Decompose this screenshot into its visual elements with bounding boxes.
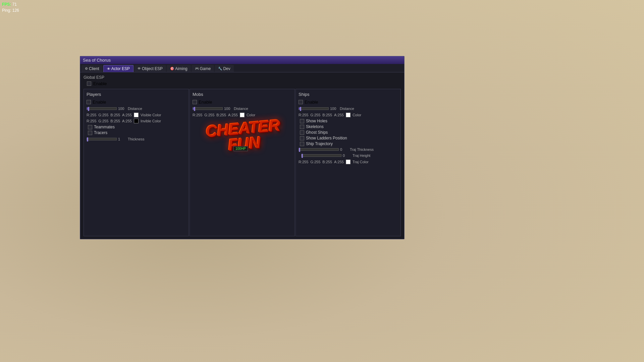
players-thickness-row: 1 Thickness — [87, 137, 186, 141]
players-invible-color-swatch[interactable] — [134, 119, 139, 123]
players-visible-color-swatch[interactable] — [134, 113, 139, 117]
fps-label: FPS: — [2, 2, 11, 7]
content-area: Global ESP Enable Players Enable — [80, 72, 404, 239]
ships-distance-label: Distance — [340, 107, 354, 111]
players-thickness-slider[interactable] — [87, 138, 117, 140]
players-distance-row: 100 Distance — [87, 107, 186, 111]
traj-r-label: R:255 — [299, 160, 308, 164]
ping-value: 126 — [12, 8, 19, 13]
global-esp-label: Global ESP — [84, 75, 401, 80]
players-g-label: G:255 — [98, 113, 108, 117]
traj-height-value: 0 — [343, 154, 351, 158]
players-b-label: B:255 — [110, 113, 120, 117]
title-bar[interactable]: Sea of Chorus — [80, 56, 404, 64]
tab-actor-esp[interactable]: 👁 Actor ESP — [103, 65, 133, 72]
players-enable-row: Enable — [87, 100, 186, 105]
dev-tab-label: Dev — [223, 66, 230, 71]
players-distance-slider[interactable] — [87, 107, 117, 110]
players-visible-color-label: Visible Color — [141, 113, 161, 117]
traj-thickness-label: Traj Thickness — [350, 147, 374, 152]
global-esp-checkbox[interactable] — [87, 81, 91, 86]
window-title: Sea of Chorus — [83, 58, 111, 63]
players-distance-value: 100 — [118, 107, 126, 111]
actor-esp-tab-icon: 👁 — [107, 67, 110, 71]
show-holes-label: Show Holes — [306, 119, 327, 123]
ships-color-swatch[interactable] — [346, 113, 351, 117]
object-esp-tab-icon: 👁 — [138, 67, 141, 70]
traj-color-label: Traj Color — [353, 160, 369, 164]
actor-esp-tab-label: Actor ESP — [111, 66, 130, 71]
ships-enable-label: Enable — [305, 100, 318, 105]
tracers-label: Tracers — [94, 130, 107, 135]
ships-distance-slider[interactable] — [299, 107, 329, 110]
tab-dev[interactable]: 🔧 Dev — [215, 65, 233, 72]
players-a2-label: A:255 — [122, 119, 132, 123]
skeletons-row: Skeletons — [299, 124, 398, 129]
mobs-enable-checkbox[interactable] — [193, 100, 197, 104]
tab-client[interactable]: ⚙ Client — [82, 65, 103, 72]
ships-color-label: Color — [353, 113, 361, 117]
players-g2-label: G:255 — [98, 119, 108, 123]
traj-color-swatch[interactable] — [346, 160, 351, 164]
global-esp-enable-label: Enable — [93, 81, 107, 86]
mobs-a-label: A:255 — [228, 113, 238, 117]
mobs-distance-value: 100 — [224, 107, 232, 111]
mobs-b-label: B:255 — [216, 113, 226, 117]
traj-thickness-row: 0 Traj Thickness — [299, 147, 398, 152]
ships-panel: Ships Enable 100 Distance R:255 — [296, 89, 401, 236]
panels-row: Players Enable 100 Distance R:255 — [84, 89, 401, 236]
traj-a-label: A:255 — [334, 160, 344, 164]
players-thickness-value: 1 — [118, 137, 126, 141]
ships-panel-title: Ships — [299, 92, 398, 97]
players-invible-color-label: Invible Color — [141, 119, 161, 123]
players-invible-color-row: R:255 G:255 B:255 A:255 Invible Color — [87, 119, 186, 123]
skeletons-label: Skeletons — [306, 124, 324, 129]
show-ladders-row: Show Ladders Position — [299, 136, 398, 140]
game-tab-label: Game — [200, 66, 211, 71]
traj-height-row: 0 Traj Height — [299, 154, 398, 158]
aiming-tab-label: Aiming — [175, 66, 187, 71]
ghost-ships-checkbox[interactable] — [300, 130, 304, 135]
ship-trajectory-checkbox[interactable] — [300, 142, 304, 146]
object-esp-tab-label: Object ESP — [142, 66, 163, 71]
traj-thickness-slider[interactable] — [299, 148, 339, 151]
mobs-panel-title: Mobs — [193, 92, 292, 97]
players-visible-color-row: R:255 G:255 B:255 A:255 Visible Color — [87, 113, 186, 117]
ships-enable-checkbox[interactable] — [299, 100, 303, 104]
ships-color-row: R:255 G:255 B:255 A:255 Color — [299, 113, 398, 117]
traj-b-label: B:255 — [322, 160, 332, 164]
watermark-line1: CHEATER — [205, 116, 280, 140]
skeletons-checkbox[interactable] — [300, 125, 304, 129]
traj-thickness-value: 0 — [340, 147, 348, 152]
show-ladders-checkbox[interactable] — [300, 136, 304, 140]
ships-distance-row: 100 Distance — [299, 107, 398, 111]
mobs-color-swatch[interactable] — [240, 113, 245, 117]
players-panel: Players Enable 100 Distance R:255 — [84, 89, 189, 236]
tracers-checkbox[interactable] — [88, 131, 92, 135]
ships-a-label: A:255 — [334, 113, 344, 117]
ghost-ships-row: Ghost Ships — [299, 130, 398, 135]
hp-bar: 100HP — [233, 146, 248, 151]
players-enable-checkbox[interactable] — [87, 100, 91, 104]
mobs-r-label: R:255 — [193, 113, 202, 117]
ship-trajectory-label: Ship Trajectory — [306, 141, 333, 146]
teammates-checkbox[interactable] — [88, 125, 92, 129]
traj-g-label: G:255 — [310, 160, 320, 164]
tab-object-esp[interactable]: 👁 Object ESP — [134, 65, 166, 72]
mobs-color-row: R:255 G:255 B:255 A:255 Color — [193, 113, 292, 117]
players-thickness-label: Thickness — [128, 137, 145, 141]
players-enable-label: Enable — [93, 100, 106, 105]
show-holes-checkbox[interactable] — [300, 119, 304, 123]
dev-tab-icon: 🔧 — [218, 67, 222, 70]
show-holes-row: Show Holes — [299, 119, 398, 123]
mobs-enable-row: Enable — [193, 100, 292, 105]
tab-bar: ⚙ Client 👁 Actor ESP 👁 Object ESP 🎯 Aimi… — [80, 64, 404, 72]
traj-height-slider[interactable] — [301, 154, 341, 157]
traj-height-label: Traj Height — [353, 154, 370, 158]
tab-game[interactable]: 🎮 Game — [192, 65, 214, 72]
tab-aiming[interactable]: 🎯 Aiming — [167, 65, 191, 72]
mobs-panel: Mobs Enable 100 Distance R:255 — [190, 89, 295, 236]
mobs-distance-slider[interactable] — [193, 107, 223, 110]
ships-g-label: G:255 — [310, 113, 320, 117]
mobs-enable-label: Enable — [199, 100, 212, 105]
